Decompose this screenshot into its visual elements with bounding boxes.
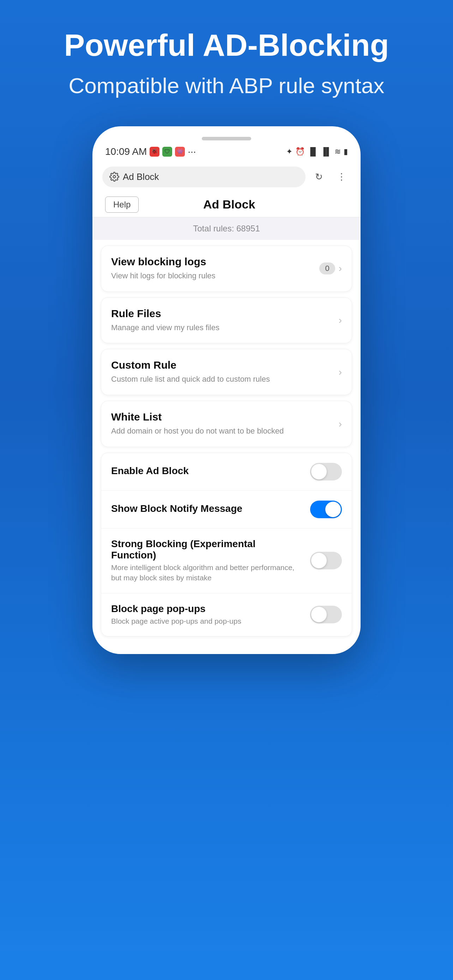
menu-item-content: Rule Files Manage and view my rules file… [111, 308, 339, 333]
menu-item-content: View blocking logs View hit logs for blo… [111, 256, 319, 282]
blocking-logs-badge: 0 [319, 262, 335, 274]
chevron-right-icon: › [339, 315, 342, 326]
strong-blocking-title: Strong Blocking (Experimental Function) [111, 538, 303, 561]
alarm-icon: ⏰ [295, 147, 305, 156]
battery-icon: ▮ [343, 147, 348, 156]
menu-item-desc: Add domain or host you do not want to be… [111, 426, 339, 437]
menu-item-content: Custom Rule Custom rule list and quick a… [111, 359, 339, 385]
signal-icons: ▐▌ ▐▌ [308, 147, 332, 156]
block-page-popups-toggle[interactable] [310, 606, 342, 624]
status-bar: 10:09 AM 🐞 🛡 👾 ··· ✦ ⏰ ▐▌ ▐▌ ≋ ▮ [92, 146, 361, 158]
refresh-button[interactable]: ↻ [310, 167, 328, 186]
menu-item-title: Rule Files [111, 308, 339, 320]
strong-blocking-desc: More intelligent block algorithm and bet… [111, 562, 303, 583]
status-dots: ··· [188, 146, 196, 158]
menu-item-right: › [339, 366, 342, 378]
settings-row-block-page-popups[interactable]: Block page pop-ups Block page active pop… [101, 593, 352, 636]
strong-blocking-toggle[interactable] [310, 552, 342, 570]
toggle-knob [311, 607, 327, 622]
chevron-right-icon: › [339, 263, 342, 274]
show-block-notify-title: Show Block Notify Message [111, 503, 303, 514]
toggle-knob [311, 464, 327, 479]
menu-item-right: › [339, 418, 342, 430]
svg-point-0 [113, 176, 116, 178]
gear-icon [110, 172, 119, 182]
menu-item-title: Custom Rule [111, 359, 339, 371]
page-header: Help Ad Block [92, 192, 361, 217]
app-icon-green: 🛡 [162, 147, 172, 157]
menu-item-custom-rule[interactable]: Custom Rule Custom rule list and quick a… [101, 349, 352, 395]
nav-address-text: Ad Block [123, 172, 299, 182]
total-rules-label: Total rules: 68951 [193, 224, 260, 233]
phone-frame: 10:09 AM 🐞 🛡 👾 ··· ✦ ⏰ ▐▌ ▐▌ ≋ ▮ Ad Bloc… [92, 126, 361, 654]
menu-item-desc: Manage and view my rules files [111, 323, 339, 333]
toggle-knob [325, 502, 341, 517]
app-icon-red: 🐞 [149, 147, 159, 157]
menu-item-title: White List [111, 411, 339, 423]
page-title: Ad Block [139, 197, 319, 211]
menu-item-content: White List Add domain or host you do not… [111, 411, 339, 437]
phone-notch [202, 137, 251, 140]
address-bar[interactable]: Ad Block [102, 167, 305, 187]
wifi-icon: ≋ [334, 147, 341, 156]
menu-item-desc: Custom rule list and quick add to custom… [111, 374, 339, 385]
app-icon-coral: 👾 [175, 147, 185, 157]
more-menu-button[interactable]: ⋮ [332, 167, 351, 186]
menu-item-rule-files[interactable]: Rule Files Manage and view my rules file… [101, 298, 352, 344]
hero-title: Powerful AD-Blocking [43, 28, 410, 62]
menu-item-title: View blocking logs [111, 256, 319, 268]
chevron-right-icon: › [339, 366, 342, 378]
enable-ad-block-title: Enable Ad Block [111, 465, 303, 477]
settings-card: Enable Ad Block Show Block Notify Messag… [101, 453, 352, 636]
toggle-knob [311, 553, 327, 568]
status-icons: ✦ ⏰ ▐▌ ▐▌ ≋ ▮ [286, 147, 348, 156]
total-rules-bar: Total rules: 68951 [92, 217, 361, 240]
show-block-notify-toggle[interactable] [310, 501, 342, 518]
block-page-popups-title: Block page pop-ups [111, 603, 303, 614]
menu-item-right: › [339, 315, 342, 326]
status-time: 10:09 AM 🐞 🛡 👾 ··· [105, 146, 196, 158]
settings-row-show-block-notify[interactable]: Show Block Notify Message [101, 491, 352, 528]
nav-bar: Ad Block ↻ ⋮ [92, 163, 361, 191]
bluetooth-icon: ✦ [286, 147, 292, 156]
menu-item-desc: View hit logs for blocking rules [111, 270, 319, 282]
settings-row-strong-blocking[interactable]: Strong Blocking (Experimental Function) … [101, 528, 352, 593]
help-button[interactable]: Help [105, 196, 139, 213]
hero-subtitle: Compatible with ABP rule syntax [48, 73, 406, 98]
enable-ad-block-toggle[interactable] [310, 463, 342, 480]
menu-item-white-list[interactable]: White List Add domain or host you do not… [101, 401, 352, 447]
menu-list: View blocking logs View hit logs for blo… [92, 245, 361, 447]
chevron-right-icon: › [339, 418, 342, 430]
settings-row-enable-ad-block[interactable]: Enable Ad Block [101, 453, 352, 491]
settings-section: Enable Ad Block Show Block Notify Messag… [92, 453, 361, 636]
block-page-popups-desc: Block page active pop-ups and pop-ups [111, 616, 303, 626]
menu-item-view-blocking-logs[interactable]: View blocking logs View hit logs for blo… [101, 245, 352, 292]
menu-item-right: 0 › [319, 262, 342, 274]
